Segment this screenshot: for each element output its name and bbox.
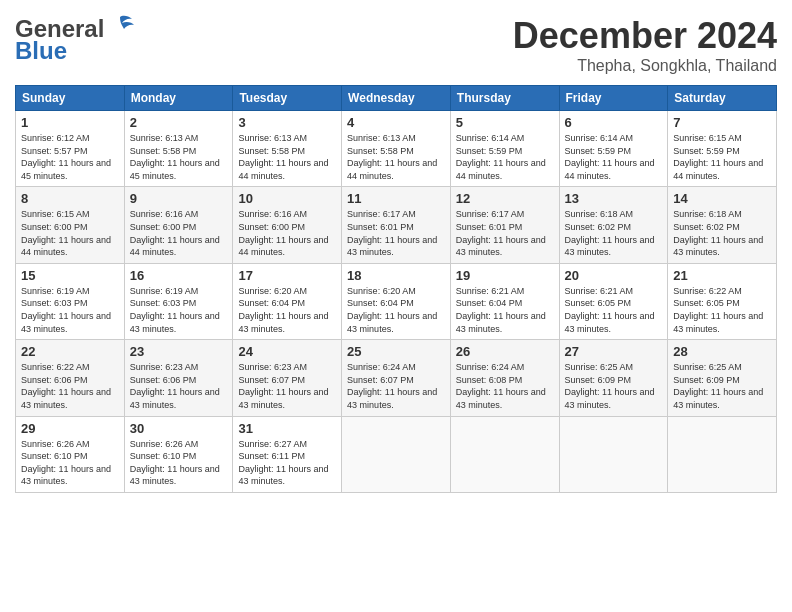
table-row: 14 Sunrise: 6:18 AM Sunset: 6:02 PM Dayl… (668, 187, 777, 263)
calendar-week-row: 22 Sunrise: 6:22 AM Sunset: 6:06 PM Dayl… (16, 340, 777, 416)
day-info: Sunrise: 6:13 AM Sunset: 5:58 PM Dayligh… (347, 132, 445, 182)
day-number: 13 (565, 191, 663, 206)
day-number: 11 (347, 191, 445, 206)
col-friday: Friday (559, 86, 668, 111)
day-info: Sunrise: 6:20 AM Sunset: 6:04 PM Dayligh… (238, 285, 336, 335)
table-row (450, 416, 559, 492)
table-row (668, 416, 777, 492)
day-info: Sunrise: 6:18 AM Sunset: 6:02 PM Dayligh… (673, 208, 771, 258)
day-info: Sunrise: 6:17 AM Sunset: 6:01 PM Dayligh… (347, 208, 445, 258)
day-number: 29 (21, 421, 119, 436)
day-number: 14 (673, 191, 771, 206)
calendar-header-row: Sunday Monday Tuesday Wednesday Thursday… (16, 86, 777, 111)
day-info: Sunrise: 6:22 AM Sunset: 6:06 PM Dayligh… (21, 361, 119, 411)
table-row: 13 Sunrise: 6:18 AM Sunset: 6:02 PM Dayl… (559, 187, 668, 263)
day-number: 15 (21, 268, 119, 283)
day-number: 26 (456, 344, 554, 359)
day-number: 17 (238, 268, 336, 283)
day-number: 20 (565, 268, 663, 283)
day-info: Sunrise: 6:26 AM Sunset: 6:10 PM Dayligh… (130, 438, 228, 488)
table-row (559, 416, 668, 492)
day-number: 28 (673, 344, 771, 359)
col-sunday: Sunday (16, 86, 125, 111)
table-row: 23 Sunrise: 6:23 AM Sunset: 6:06 PM Dayl… (124, 340, 233, 416)
table-row: 20 Sunrise: 6:21 AM Sunset: 6:05 PM Dayl… (559, 263, 668, 339)
day-info: Sunrise: 6:12 AM Sunset: 5:57 PM Dayligh… (21, 132, 119, 182)
bird-icon (106, 15, 134, 37)
table-row: 28 Sunrise: 6:25 AM Sunset: 6:09 PM Dayl… (668, 340, 777, 416)
day-number: 31 (238, 421, 336, 436)
calendar-week-row: 1 Sunrise: 6:12 AM Sunset: 5:57 PM Dayli… (16, 111, 777, 187)
col-thursday: Thursday (450, 86, 559, 111)
day-info: Sunrise: 6:24 AM Sunset: 6:08 PM Dayligh… (456, 361, 554, 411)
table-row: 30 Sunrise: 6:26 AM Sunset: 6:10 PM Dayl… (124, 416, 233, 492)
col-saturday: Saturday (668, 86, 777, 111)
calendar-week-row: 29 Sunrise: 6:26 AM Sunset: 6:10 PM Dayl… (16, 416, 777, 492)
table-row: 27 Sunrise: 6:25 AM Sunset: 6:09 PM Dayl… (559, 340, 668, 416)
day-info: Sunrise: 6:18 AM Sunset: 6:02 PM Dayligh… (565, 208, 663, 258)
table-row: 3 Sunrise: 6:13 AM Sunset: 5:58 PM Dayli… (233, 111, 342, 187)
table-row: 2 Sunrise: 6:13 AM Sunset: 5:58 PM Dayli… (124, 111, 233, 187)
logo-blue: Blue (15, 37, 67, 65)
table-row: 11 Sunrise: 6:17 AM Sunset: 6:01 PM Dayl… (342, 187, 451, 263)
title-block: December 2024 Thepha, Songkhla, Thailand (513, 15, 777, 75)
day-info: Sunrise: 6:27 AM Sunset: 6:11 PM Dayligh… (238, 438, 336, 488)
day-info: Sunrise: 6:21 AM Sunset: 6:04 PM Dayligh… (456, 285, 554, 335)
day-number: 24 (238, 344, 336, 359)
table-row: 1 Sunrise: 6:12 AM Sunset: 5:57 PM Dayli… (16, 111, 125, 187)
table-row: 6 Sunrise: 6:14 AM Sunset: 5:59 PM Dayli… (559, 111, 668, 187)
table-row: 31 Sunrise: 6:27 AM Sunset: 6:11 PM Dayl… (233, 416, 342, 492)
day-info: Sunrise: 6:15 AM Sunset: 5:59 PM Dayligh… (673, 132, 771, 182)
table-row: 4 Sunrise: 6:13 AM Sunset: 5:58 PM Dayli… (342, 111, 451, 187)
location-title: Thepha, Songkhla, Thailand (513, 57, 777, 75)
day-number: 2 (130, 115, 228, 130)
table-row: 29 Sunrise: 6:26 AM Sunset: 6:10 PM Dayl… (16, 416, 125, 492)
table-row: 21 Sunrise: 6:22 AM Sunset: 6:05 PM Dayl… (668, 263, 777, 339)
calendar-table: Sunday Monday Tuesday Wednesday Thursday… (15, 85, 777, 493)
table-row: 25 Sunrise: 6:24 AM Sunset: 6:07 PM Dayl… (342, 340, 451, 416)
day-info: Sunrise: 6:24 AM Sunset: 6:07 PM Dayligh… (347, 361, 445, 411)
day-number: 6 (565, 115, 663, 130)
day-info: Sunrise: 6:14 AM Sunset: 5:59 PM Dayligh… (565, 132, 663, 182)
day-number: 12 (456, 191, 554, 206)
table-row: 19 Sunrise: 6:21 AM Sunset: 6:04 PM Dayl… (450, 263, 559, 339)
day-number: 1 (21, 115, 119, 130)
day-info: Sunrise: 6:16 AM Sunset: 6:00 PM Dayligh… (130, 208, 228, 258)
day-number: 21 (673, 268, 771, 283)
day-number: 16 (130, 268, 228, 283)
day-info: Sunrise: 6:20 AM Sunset: 6:04 PM Dayligh… (347, 285, 445, 335)
table-row: 10 Sunrise: 6:16 AM Sunset: 6:00 PM Dayl… (233, 187, 342, 263)
day-number: 10 (238, 191, 336, 206)
day-info: Sunrise: 6:21 AM Sunset: 6:05 PM Dayligh… (565, 285, 663, 335)
day-info: Sunrise: 6:19 AM Sunset: 6:03 PM Dayligh… (130, 285, 228, 335)
day-info: Sunrise: 6:15 AM Sunset: 6:00 PM Dayligh… (21, 208, 119, 258)
day-info: Sunrise: 6:19 AM Sunset: 6:03 PM Dayligh… (21, 285, 119, 335)
day-number: 22 (21, 344, 119, 359)
day-number: 19 (456, 268, 554, 283)
day-info: Sunrise: 6:17 AM Sunset: 6:01 PM Dayligh… (456, 208, 554, 258)
day-number: 23 (130, 344, 228, 359)
table-row: 5 Sunrise: 6:14 AM Sunset: 5:59 PM Dayli… (450, 111, 559, 187)
day-info: Sunrise: 6:13 AM Sunset: 5:58 PM Dayligh… (238, 132, 336, 182)
day-number: 8 (21, 191, 119, 206)
month-title: December 2024 (513, 15, 777, 57)
day-number: 30 (130, 421, 228, 436)
table-row: 26 Sunrise: 6:24 AM Sunset: 6:08 PM Dayl… (450, 340, 559, 416)
table-row: 7 Sunrise: 6:15 AM Sunset: 5:59 PM Dayli… (668, 111, 777, 187)
table-row: 17 Sunrise: 6:20 AM Sunset: 6:04 PM Dayl… (233, 263, 342, 339)
day-number: 27 (565, 344, 663, 359)
day-number: 5 (456, 115, 554, 130)
day-number: 9 (130, 191, 228, 206)
col-wednesday: Wednesday (342, 86, 451, 111)
table-row: 12 Sunrise: 6:17 AM Sunset: 6:01 PM Dayl… (450, 187, 559, 263)
calendar-week-row: 15 Sunrise: 6:19 AM Sunset: 6:03 PM Dayl… (16, 263, 777, 339)
table-row: 22 Sunrise: 6:22 AM Sunset: 6:06 PM Dayl… (16, 340, 125, 416)
table-row: 8 Sunrise: 6:15 AM Sunset: 6:00 PM Dayli… (16, 187, 125, 263)
table-row: 16 Sunrise: 6:19 AM Sunset: 6:03 PM Dayl… (124, 263, 233, 339)
day-info: Sunrise: 6:25 AM Sunset: 6:09 PM Dayligh… (673, 361, 771, 411)
day-info: Sunrise: 6:25 AM Sunset: 6:09 PM Dayligh… (565, 361, 663, 411)
calendar-week-row: 8 Sunrise: 6:15 AM Sunset: 6:00 PM Dayli… (16, 187, 777, 263)
day-number: 4 (347, 115, 445, 130)
day-number: 7 (673, 115, 771, 130)
logo: General Blue (15, 15, 134, 65)
